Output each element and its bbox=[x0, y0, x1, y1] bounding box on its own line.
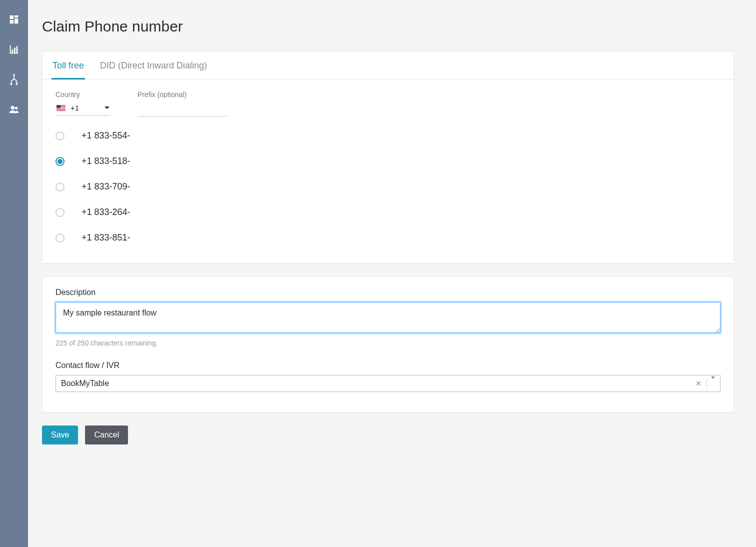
svg-rect-2 bbox=[14, 18, 18, 24]
svg-point-10 bbox=[10, 83, 12, 85]
phone-option[interactable]: +1 833-518- bbox=[56, 156, 720, 166]
svg-point-13 bbox=[15, 107, 18, 110]
description-label: Description bbox=[56, 288, 720, 297]
svg-rect-8 bbox=[16, 46, 18, 53]
metrics-icon[interactable] bbox=[8, 44, 20, 55]
prefix-field: Prefix (optional) bbox=[138, 90, 228, 116]
svg-point-9 bbox=[13, 74, 15, 76]
svg-rect-7 bbox=[14, 48, 16, 52]
radio-icon bbox=[56, 182, 64, 192]
svg-point-11 bbox=[16, 83, 18, 85]
phone-number-card: Toll free DID (Direct Inward Dialing) Co… bbox=[42, 51, 734, 264]
description-textarea[interactable] bbox=[56, 302, 720, 333]
country-code: +1 bbox=[70, 104, 100, 112]
contact-flow-select[interactable]: BookMyTable ✕ bbox=[56, 375, 720, 392]
contact-flow-label: Contact flow / IVR bbox=[56, 361, 720, 370]
svg-rect-5 bbox=[10, 52, 18, 54]
phone-option[interactable]: +1 833-264- bbox=[56, 207, 720, 218]
us-flag-icon bbox=[56, 105, 66, 111]
phone-option[interactable]: +1 833-554- bbox=[56, 130, 720, 141]
svg-rect-6 bbox=[12, 50, 13, 52]
description-char-count: 225 of 250 characters remaining. bbox=[56, 339, 720, 347]
phone-number-value: +1 833-554- bbox=[82, 130, 130, 141]
chevron-down-icon bbox=[706, 379, 715, 388]
save-button[interactable]: Save bbox=[42, 426, 78, 444]
cancel-button[interactable]: Cancel bbox=[85, 426, 128, 444]
dashboard-icon[interactable] bbox=[8, 14, 20, 25]
action-bar: Save Cancel bbox=[42, 426, 734, 444]
sidebar bbox=[0, 0, 28, 547]
phone-option[interactable]: +1 833-851- bbox=[56, 232, 720, 243]
tab-did[interactable]: DID (Direct Inward Dialing) bbox=[99, 52, 208, 80]
phone-number-value: +1 833-518- bbox=[82, 156, 130, 166]
phone-number-value: +1 833-851- bbox=[82, 232, 130, 243]
country-field: Country +1 bbox=[56, 90, 110, 116]
contact-flow-value: BookMyTable bbox=[61, 379, 692, 388]
phone-number-list: +1 833-554- +1 833-518- +1 833-709- +1 8… bbox=[56, 130, 720, 243]
main-content: Claim Phone number Toll free DID (Direct… bbox=[28, 0, 748, 547]
phone-number-value: +1 833-264- bbox=[82, 207, 130, 218]
radio-icon bbox=[56, 157, 64, 166]
svg-rect-4 bbox=[10, 46, 11, 54]
radio-icon bbox=[56, 234, 64, 242]
prefix-label: Prefix (optional) bbox=[138, 90, 228, 98]
country-label: Country bbox=[56, 90, 110, 98]
page-title: Claim Phone number bbox=[42, 18, 734, 35]
svg-point-12 bbox=[11, 106, 14, 110]
close-icon[interactable]: ✕ bbox=[692, 380, 704, 388]
phone-number-value: +1 833-709- bbox=[82, 182, 130, 192]
tab-toll-free[interactable]: Toll free bbox=[52, 52, 85, 80]
svg-rect-0 bbox=[10, 16, 14, 19]
radio-icon bbox=[56, 208, 64, 217]
tabs: Toll free DID (Direct Inward Dialing) bbox=[42, 52, 734, 80]
phone-option[interactable]: +1 833-709- bbox=[56, 182, 720, 192]
radio-icon bbox=[56, 132, 64, 140]
details-card: Description 225 of 250 characters remain… bbox=[42, 276, 734, 412]
prefix-input[interactable] bbox=[138, 102, 228, 116]
svg-rect-1 bbox=[14, 16, 18, 18]
users-icon[interactable] bbox=[8, 104, 20, 115]
chevron-down-icon bbox=[104, 106, 110, 109]
svg-rect-3 bbox=[10, 20, 14, 24]
country-select[interactable]: +1 bbox=[56, 102, 110, 116]
routing-icon[interactable] bbox=[8, 74, 20, 85]
